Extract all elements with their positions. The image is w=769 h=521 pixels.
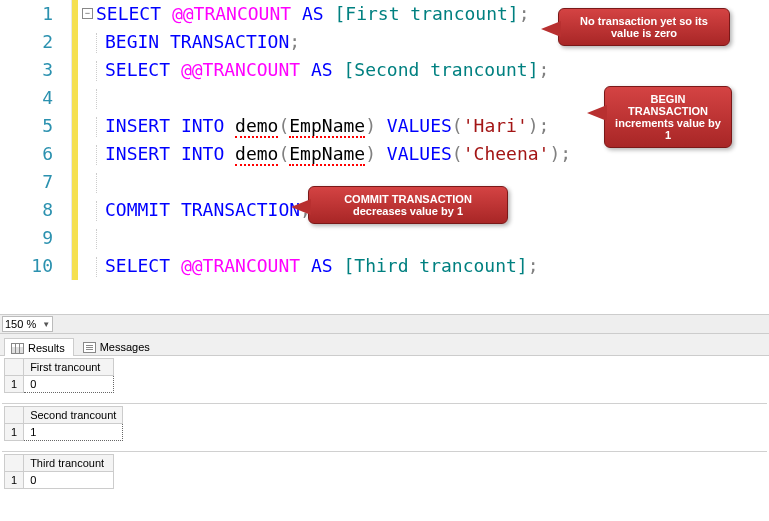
corner-cell[interactable] (5, 359, 24, 376)
zoom-value: 150 % (5, 318, 36, 330)
divider (2, 403, 767, 404)
tab-label: Messages (100, 341, 150, 353)
chevron-down-icon: ▼ (42, 320, 50, 329)
line-number: 3 (0, 56, 71, 84)
result-cell[interactable]: 0 (24, 376, 114, 393)
messages-icon (83, 342, 96, 353)
result-cell[interactable]: 0 (24, 472, 114, 489)
code-line[interactable]: SELECT @@TRANCOUNT AS [Second trancount]… (96, 56, 571, 84)
line-number-gutter: 1 2 3 4 5 6 7 8 9 10 (0, 0, 72, 280)
line-number: 7 (0, 168, 71, 196)
zoom-dropdown[interactable]: 150 % ▼ (2, 316, 53, 332)
line-number: 4 (0, 84, 71, 112)
result-grid: Second trancount 11 (4, 406, 765, 441)
results-panel: First trancount 10 Second trancount 11 T… (0, 356, 769, 521)
result-table[interactable]: Second trancount 11 (4, 406, 123, 441)
line-number: 2 (0, 28, 71, 56)
divider (2, 451, 767, 452)
code-line[interactable] (96, 84, 571, 112)
corner-cell[interactable] (5, 455, 24, 472)
result-grid: First trancount 10 (4, 358, 765, 393)
tab-label: Results (28, 342, 65, 354)
line-number: 8 (0, 196, 71, 224)
fold-toggle-icon[interactable]: − (82, 8, 93, 19)
result-grid: Third trancount 10 (4, 454, 765, 489)
code-line[interactable]: BEGIN TRANSACTION; (96, 28, 571, 56)
result-table[interactable]: First trancount 10 (4, 358, 114, 393)
zoom-bar: 150 % ▼ (0, 314, 769, 334)
line-number: 10 (0, 252, 71, 280)
line-number: 9 (0, 224, 71, 252)
line-number: 1 (0, 0, 71, 28)
annotation-callout: BEGIN TRANSACTION increments value by 1 (604, 86, 732, 148)
row-number[interactable]: 1 (5, 472, 24, 489)
row-number[interactable]: 1 (5, 424, 24, 441)
tab-results[interactable]: Results (4, 338, 74, 356)
column-header[interactable]: Second trancount (24, 407, 123, 424)
column-header[interactable]: First trancount (24, 359, 114, 376)
line-number: 5 (0, 112, 71, 140)
code-line[interactable]: SELECT @@TRANCOUNT AS [First trancount]; (96, 0, 571, 28)
corner-cell[interactable] (5, 407, 24, 424)
row-number[interactable]: 1 (5, 376, 24, 393)
line-number: 6 (0, 140, 71, 168)
code-content[interactable]: SELECT @@TRANCOUNT AS [First trancount];… (96, 0, 571, 280)
code-line[interactable]: INSERT INTO demo(EmpName) VALUES('Hari')… (96, 112, 571, 140)
column-header[interactable]: Third trancount (24, 455, 114, 472)
code-line[interactable]: INSERT INTO demo(EmpName) VALUES('Cheena… (96, 140, 571, 168)
results-tabs: Results Messages (0, 334, 769, 356)
annotation-callout: No transaction yet so its value is zero (558, 8, 730, 46)
change-indicator (72, 0, 78, 280)
code-line[interactable]: SELECT @@TRANCOUNT AS [Third trancount]; (96, 252, 571, 280)
results-grid-icon (11, 343, 24, 354)
code-editor[interactable]: 1 2 3 4 5 6 7 8 9 10 − SELECT @@TRANCOUN… (0, 0, 769, 314)
annotation-callout: COMMIT TRANSACTION decreases value by 1 (308, 186, 508, 224)
tab-messages[interactable]: Messages (76, 337, 159, 355)
result-cell[interactable]: 1 (24, 424, 123, 441)
result-table[interactable]: Third trancount 10 (4, 454, 114, 489)
code-line[interactable] (96, 224, 571, 252)
